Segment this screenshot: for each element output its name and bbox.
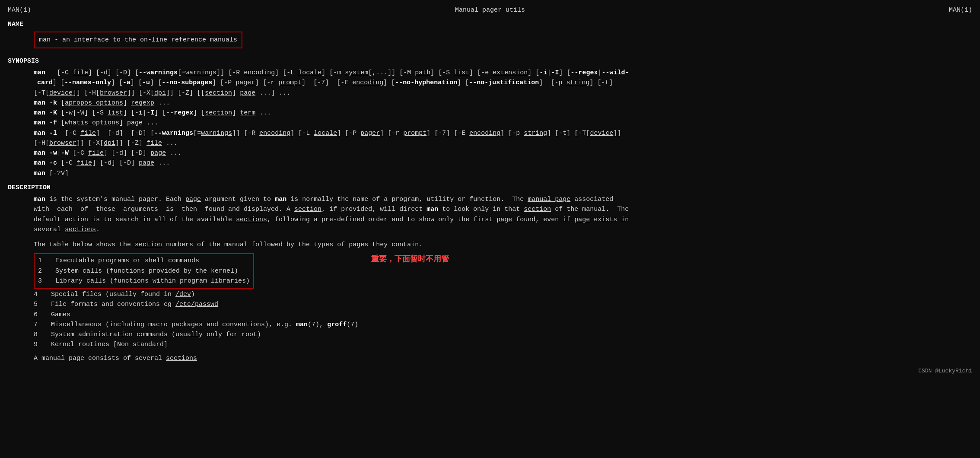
synopsis-line-1: man [-C file] [-d] [-D] [--warnings[=war… bbox=[34, 68, 972, 78]
header: MAN(1) Manual pager utils MAN(1) bbox=[8, 5, 972, 15]
synopsis-line-5: man -K [-w|-W] [-S list] [-i|-I] [--rege… bbox=[34, 108, 972, 118]
desc-table-intro: The table below shows the section number… bbox=[34, 240, 972, 250]
synopsis-line-3: [-T[device]] [-H[browser]] [-X[dpi]] [-Z… bbox=[34, 88, 972, 98]
synopsis-content: man [-C file] [-d] [-D] [--warnings[=war… bbox=[8, 68, 972, 178]
table-row-7: 7 Miscellaneous (including macro package… bbox=[34, 320, 358, 330]
name-section: NAME man - an interface to the on-line r… bbox=[8, 19, 972, 52]
name-box-text: man - an interface to the on-line refere… bbox=[39, 36, 237, 44]
synopsis-line-7: man -l [-C file] [-d] [-D] [--warnings[=… bbox=[34, 128, 972, 138]
desc-para-1: man is the system's manual pager. Each p… bbox=[34, 194, 972, 204]
synopsis-section: SYNOPSIS man [-C file] [-d] [-D] [--warn… bbox=[8, 56, 972, 178]
table-row-2: 2 System calls (functions provided by th… bbox=[38, 266, 250, 276]
table-row-4: 4 Special files (usually found in /dev) bbox=[34, 289, 358, 299]
name-box: man - an interface to the on-line refere… bbox=[34, 32, 242, 48]
desc-last-line: A manual page consists of several sectio… bbox=[34, 353, 972, 363]
synopsis-line-6: man -f [whatis options] page ... bbox=[34, 118, 972, 128]
table-row-9: 9 Kernel routines [Non standard] bbox=[34, 340, 358, 350]
description-heading: DESCRIPTION bbox=[8, 183, 972, 193]
desc-para-3: default action is to search in all of th… bbox=[34, 215, 972, 225]
table-row-5: 5 File formats and conventions eg /etc/p… bbox=[34, 299, 358, 309]
table-row-3: 3 Library calls (functions within progra… bbox=[38, 276, 250, 286]
synopsis-line-8: [-H[browser]] [-X[dpi]] [-Z] file ... bbox=[34, 138, 972, 148]
header-right: MAN(1) bbox=[949, 5, 972, 15]
table-row-8: 8 System administration commands (usuall… bbox=[34, 330, 358, 340]
desc-para-2: with each of these arguments is then fou… bbox=[34, 204, 972, 214]
description-content: man is the system's manual pager. Each p… bbox=[8, 194, 972, 363]
synopsis-heading: SYNOPSIS bbox=[8, 56, 972, 66]
synopsis-line-9: man -w|-W [-C file] [-d] [-D] page ... bbox=[34, 148, 972, 158]
description-section: DESCRIPTION man is the system's manual p… bbox=[8, 183, 972, 363]
table-row-1: 1 Executable programs or shell commands bbox=[38, 256, 250, 266]
name-content: man - an interface to the on-line refere… bbox=[8, 32, 972, 52]
synopsis-line-2: card] [--names-only] [-a] [-u] [--no-sub… bbox=[34, 78, 972, 88]
desc-table-with-annotation: 1 Executable programs or shell commands … bbox=[34, 253, 972, 350]
desc-para-4: several sections. bbox=[34, 225, 972, 235]
table-row-6: 6 Games bbox=[34, 310, 358, 320]
header-center: Manual pager utils bbox=[455, 5, 525, 15]
synopsis-line-11: man [-?V] bbox=[34, 169, 972, 178]
synopsis-line-4: man -k [apropos options] regexp ... bbox=[34, 98, 972, 108]
synopsis-line-10: man -c [-C file] [-d] [-D] page ... bbox=[34, 158, 972, 168]
footer: CSDN @LuckyRich1 bbox=[8, 367, 972, 375]
footer-text: CSDN @LuckyRich1 bbox=[918, 367, 972, 375]
header-left: MAN(1) bbox=[8, 5, 31, 15]
annotation-text: 重要，下面暂时不用管 bbox=[371, 253, 449, 265]
name-heading: NAME bbox=[8, 19, 972, 29]
desc-table-boxed: 1 Executable programs or shell commands … bbox=[34, 253, 254, 289]
desc-table-box: 1 Executable programs or shell commands … bbox=[34, 253, 358, 350]
